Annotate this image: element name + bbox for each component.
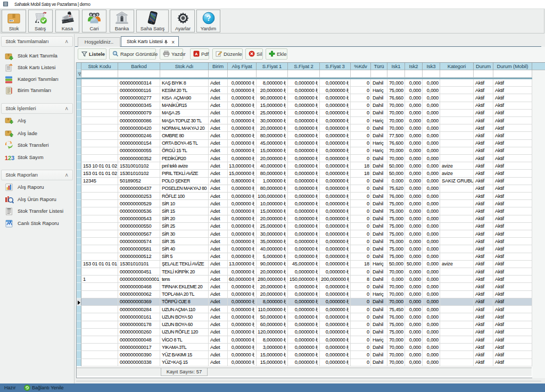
svg-text:3: 3	[11, 155, 14, 161]
svg-text:A: A	[195, 52, 198, 56]
svg-text:?: ?	[206, 14, 210, 22]
